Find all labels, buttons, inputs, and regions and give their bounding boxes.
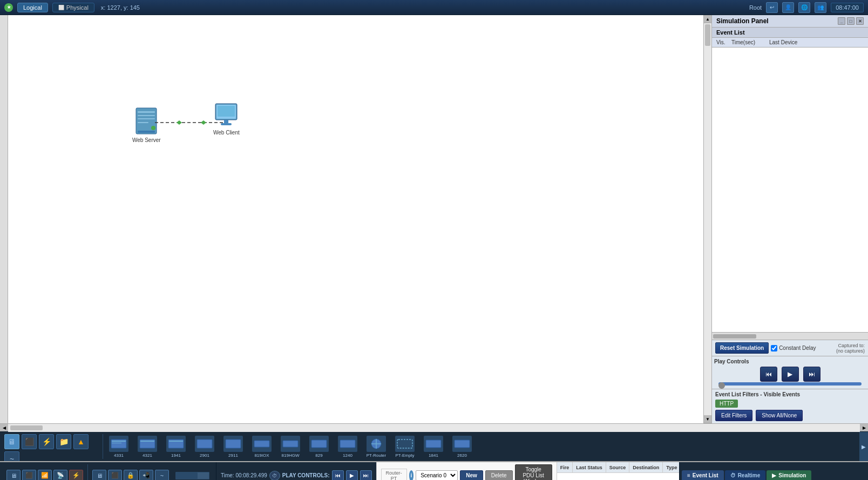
sim-resize-btn[interactable]: □: [847, 17, 855, 25]
device-pt-empty[interactable]: PT-Empty: [391, 436, 418, 458]
play-slider[interactable]: [718, 382, 862, 386]
new-scenario-btn[interactable]: New: [460, 470, 483, 480]
device-type-router[interactable]: 🖥: [4, 434, 19, 449]
tab-logical[interactable]: Logical: [17, 3, 48, 12]
event-list-hscroll[interactable]: [712, 332, 868, 340]
play-controls-label: Play Controls: [714, 359, 866, 364]
tab-realtime[interactable]: ⏱ Realtime: [725, 470, 766, 480]
play-slider-thumb: [718, 382, 725, 389]
bottom-hscroll[interactable]: [175, 472, 209, 479]
server-icon: [135, 107, 158, 135]
sim-minimize-btn[interactable]: _: [838, 17, 845, 25]
sm-icon-9[interactable]: 📲: [139, 470, 153, 481]
sm-icon-4[interactable]: 📡: [53, 470, 67, 481]
device-4331[interactable]: 4331: [105, 436, 132, 458]
edit-filters-btn[interactable]: Edit Filters: [715, 410, 752, 421]
sm-icon-2[interactable]: ⬛: [22, 470, 36, 481]
hscroll-left[interactable]: ◀: [0, 424, 8, 432]
canvas-hscroll[interactable]: ◀ ▶: [0, 423, 868, 431]
web-client-device[interactable]: Web Client: [213, 103, 240, 136]
hscroll-right[interactable]: ▶: [860, 424, 868, 432]
svg-rect-12: [218, 106, 235, 117]
device-type-hub[interactable]: ⚡: [39, 434, 54, 449]
device-type-panel: 🖥 ⬛ ⚡ 📁 ▲ ~: [0, 432, 103, 461]
sm-icon-10[interactable]: ~: [155, 470, 169, 481]
sim-controls-bar: Reset Simulation Constant Delay Captured…: [712, 340, 868, 356]
back-btn[interactable]: ↩: [766, 2, 778, 13]
sm-icon-6[interactable]: 🖥: [92, 470, 106, 481]
vscroll-down[interactable]: ▼: [704, 415, 711, 423]
sim-close-btn[interactable]: ✕: [856, 17, 864, 25]
scenario-row: 🖥 ⬛ 📶 📡 ⚡ 🖥 ⬛ 🔒 📲 ~ Time: 00:08:29.499: [0, 461, 868, 480]
svg-rect-24: [254, 441, 269, 447]
device-type-security[interactable]: ▲: [73, 434, 89, 449]
scroll-right-btn[interactable]: ▶: [859, 432, 868, 461]
show-all-btn[interactable]: Show All/None: [756, 410, 803, 421]
device-type-wireless[interactable]: 📁: [56, 434, 71, 449]
hscroll-thumb: [713, 334, 756, 339]
device-2901[interactable]: 2901: [191, 436, 218, 458]
sm-icon-5[interactable]: ⚡: [69, 470, 83, 481]
reset-simulation-btn[interactable]: Reset Simulation: [715, 342, 769, 354]
svg-rect-21: [169, 441, 183, 442]
svg-rect-27: [340, 440, 355, 448]
delete-scenario-btn[interactable]: Delete: [485, 470, 513, 480]
step-back-btn[interactable]: ⏮: [760, 367, 777, 382]
device-819hgw[interactable]: 819HGW: [277, 436, 304, 458]
play-main-btn[interactable]: ▶: [346, 470, 358, 481]
device-4321[interactable]: 4321: [134, 436, 161, 458]
pdu-col-destination: Destination: [629, 462, 663, 472]
sm-icon-7[interactable]: ⬛: [108, 470, 122, 481]
client-icon: [214, 103, 238, 127]
svg-rect-31: [397, 440, 412, 448]
device-icons-row: 4331 4321 1941 2901: [103, 432, 859, 461]
user-btn[interactable]: 👤: [782, 2, 794, 13]
device-2620[interactable]: 2620: [449, 436, 476, 458]
scenario-select[interactable]: Scenario 0: [416, 470, 458, 480]
bottom-area: 🖥 ⬛ ⚡ 📁 ▲ ~ 4331 4321: [0, 431, 868, 480]
play-controls-section: Play Controls ⏮ ▶ ⏭: [712, 356, 868, 389]
web-server-label: Web Server: [132, 137, 161, 143]
constant-delay-checkbox[interactable]: [771, 345, 777, 351]
web-client-label: Web Client: [213, 130, 240, 136]
pdu-col-source: Source: [606, 462, 630, 472]
network-btn[interactable]: 🌐: [798, 2, 810, 13]
tab-physical[interactable]: ⬜ Physical: [52, 3, 94, 12]
step-fwd-btn[interactable]: ⏭: [803, 367, 820, 382]
canvas-vscroll[interactable]: ▲ ▼: [703, 15, 711, 423]
small-device-icons: 🖥 ⬛ 📶 📡 ⚡: [4, 470, 85, 481]
device-type-switch[interactable]: ⬛: [22, 434, 37, 449]
canvas-area[interactable]: Web Server: [8, 15, 703, 423]
svg-rect-25: [283, 441, 298, 447]
time-label: Time: 00:08:29.499: [221, 472, 267, 478]
vscroll-up[interactable]: ▲: [704, 15, 711, 23]
device-pt-router[interactable]: PT-Router: [363, 436, 390, 458]
captured-text: Captured to: (no captures): [836, 343, 865, 354]
device-1240[interactable]: 1240: [334, 436, 361, 458]
device-1941[interactable]: 1941: [162, 436, 189, 458]
svg-rect-16: [112, 441, 126, 442]
device-829[interactable]: 829: [306, 436, 333, 458]
sm-icon-3[interactable]: 📶: [38, 470, 52, 481]
device-2911[interactable]: 2911: [220, 436, 247, 458]
play-fwd-btn[interactable]: ⏭: [360, 470, 372, 481]
tab-simulation[interactable]: ▶ Simulation: [767, 470, 811, 480]
device-toolbar: 🖥 ⬛ ⚡ 📁 ▲ ~ 4331 4321: [0, 431, 868, 461]
play-buttons: ⏮ ▶ ⏭: [714, 367, 866, 382]
svg-point-5: [151, 126, 155, 130]
play-btn[interactable]: ▶: [782, 367, 799, 382]
info-icon[interactable]: i: [409, 470, 414, 481]
sm-icon-1[interactable]: 🖥: [6, 470, 21, 481]
tab-event-list[interactable]: ≡ Event List: [682, 470, 724, 480]
device-type-label[interactable]: Router-PT: [381, 469, 407, 481]
play-back-btn[interactable]: ⏮: [332, 470, 344, 481]
http-filter-badge[interactable]: HTTP: [715, 400, 738, 408]
time-display: 08:47:00: [831, 3, 864, 12]
sim-panel-header: Simulation Panel _ □ ✕: [712, 15, 868, 28]
toggle-pdu-btn[interactable]: Toggle PDU List Window: [515, 464, 552, 480]
device-819iox[interactable]: 819IOX: [248, 436, 275, 458]
people-btn[interactable]: 👥: [815, 2, 826, 13]
device-1841[interactable]: 1841: [420, 436, 447, 458]
time-icon[interactable]: ⏱: [269, 471, 280, 481]
sm-icon-8[interactable]: 🔒: [124, 470, 138, 481]
